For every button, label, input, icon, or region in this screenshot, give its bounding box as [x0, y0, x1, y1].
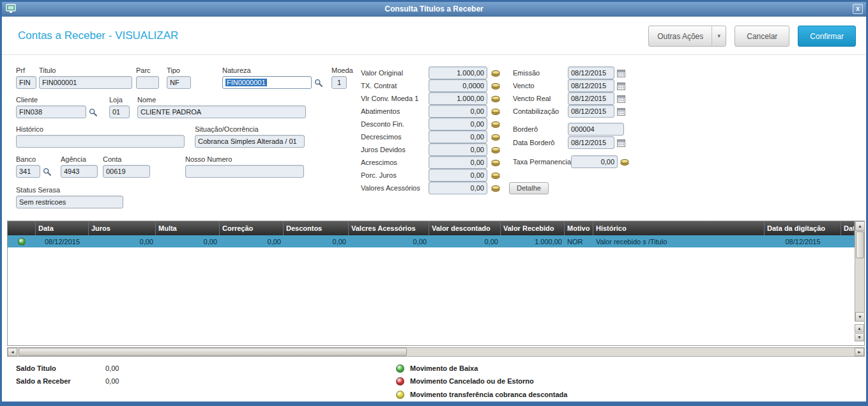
nosso-numero-input[interactable] [185, 165, 304, 178]
scroll-left-icon[interactable]: ◄ [8, 348, 17, 356]
money-icon[interactable] [491, 146, 500, 153]
scroll-up-icon[interactable]: ▲ [855, 221, 865, 231]
grid-header-motivo[interactable]: Motivo [565, 221, 593, 235]
status-serasa-input[interactable]: Sem restricoes [16, 196, 123, 208]
grid-vertical-scrollbar[interactable]: ▲ ▼ [855, 221, 864, 322]
agencia-input[interactable]: 4943 [61, 165, 98, 178]
calendar-icon[interactable] [617, 139, 625, 147]
horizontal-scroll-track[interactable] [17, 348, 855, 356]
titulo-input[interactable]: FIN000001 [39, 76, 132, 89]
money-icon[interactable] [491, 70, 500, 77]
dialog-content: Contas a Receber - VISUALIZAR Outras Açõ… [2, 17, 866, 402]
valores-acessorios-input[interactable]: 0,00 [429, 182, 487, 194]
taxa-permanencia-label: Taxa Permanencia [513, 158, 571, 166]
conta-input[interactable]: 00619 [103, 165, 150, 178]
money-icon[interactable] [491, 159, 500, 166]
grid-header-valores-acessorios[interactable]: Valcres Acessórios [349, 221, 429, 235]
vencto-input[interactable]: 08/12/2015 [568, 79, 614, 92]
juros-devidos-label: Juros Devidos [361, 146, 429, 153]
grid-header-data[interactable]: Data [36, 221, 89, 235]
search-icon[interactable] [314, 79, 323, 87]
scroll-page-up-icon[interactable]: ▲ [855, 324, 864, 332]
acrescimos-input[interactable]: 0,00 [429, 156, 487, 169]
money-icon[interactable] [491, 134, 500, 141]
nome-input[interactable]: CLIENTE PADROA [137, 105, 306, 118]
calendar-icon[interactable] [617, 69, 625, 77]
scroll-right-icon[interactable]: ► [855, 348, 864, 356]
desconto-fin-input[interactable]: 0,00 [429, 118, 487, 130]
grid-header-correcao[interactable]: Correção [220, 221, 284, 235]
calendar-icon[interactable] [617, 95, 625, 103]
valor-original-label: Valor Original [361, 69, 429, 77]
data-bordero-input[interactable]: 08/12/2015 [568, 136, 614, 149]
scroll-page-down-icon[interactable]: ▼ [855, 333, 864, 341]
search-icon[interactable] [89, 108, 97, 116]
outras-acoes-button[interactable]: Outras Ações ▼ [648, 26, 726, 47]
confirmar-button[interactable]: Confirmar [798, 26, 856, 47]
decrescimos-label: Decrescimos [361, 133, 429, 141]
tipo-input[interactable]: NF [167, 76, 191, 89]
decrescimos-input[interactable]: 0,00 [429, 130, 487, 143]
horizontal-scroll-thumb[interactable] [19, 348, 407, 356]
row-descontos-cell: 0,00 [284, 238, 349, 246]
banco-input[interactable]: 341 [16, 165, 40, 178]
bordero-input[interactable]: 000004 [568, 123, 624, 136]
grid-header-juros[interactable]: Juros [89, 221, 156, 235]
money-icon[interactable] [491, 172, 500, 179]
grid-header-status[interactable] [8, 221, 36, 235]
situacao-input[interactable]: Cobranca Simples Alterada / 01 [195, 135, 305, 148]
chevron-down-icon[interactable]: ▼ [712, 26, 726, 46]
grid-header-data-digitacao[interactable]: Data da digitação [765, 221, 841, 235]
vencto-row: Vencto 08/12/2015 [513, 79, 625, 92]
cliente-input[interactable]: FIN038 [16, 105, 86, 118]
grid-header-multa[interactable]: Multa [156, 221, 220, 235]
juros-devidos-input[interactable]: 0,00 [429, 143, 487, 156]
taxa-permanencia-input[interactable]: 0,00 [571, 155, 618, 168]
calendar-icon[interactable] [617, 107, 625, 116]
cancelar-button[interactable]: Cancelar [735, 26, 789, 47]
natureza-input[interactable]: FIN0000001 [222, 76, 312, 89]
vlr-conv-moeda-label: Vlr Conv. Moeda 1 [361, 95, 429, 102]
moeda-input[interactable]: 1 [331, 76, 347, 89]
conta-field-group: Conta 00619 [103, 155, 150, 178]
loja-input[interactable]: 01 [109, 105, 130, 118]
grid-header-valor-recebido[interactable]: Valor Recebido [501, 221, 565, 235]
vencto-real-input[interactable]: 08/12/2015 [568, 92, 614, 105]
title-bar[interactable]: Consulta Titulos a Receber x [2, 2, 866, 17]
movements-grid: Data Juros Multa Correção Descontos Valc… [7, 221, 865, 346]
header-strip: Contas a Receber - VISUALIZAR Outras Açõ… [2, 17, 866, 55]
legend-item-transferencia: Movimento transferência cobranca descont… [396, 390, 567, 399]
saldo-receber-value: 0,00 [105, 377, 119, 385]
historico-input[interactable] [16, 135, 185, 148]
detalhe-button[interactable]: Detalhe [509, 182, 549, 194]
search-icon[interactable] [43, 168, 51, 176]
parc-input[interactable] [136, 76, 159, 89]
legend-label: Movimento de Baixa [410, 364, 478, 372]
table-row[interactable]: 08/12/2015 0,00 0,00 0,00 0,00 0,00 0,00… [8, 235, 855, 247]
emissao-input[interactable]: 08/12/2015 [568, 66, 614, 79]
porc-juros-input[interactable]: 0,00 [429, 169, 487, 182]
money-icon[interactable] [620, 159, 629, 166]
contabilizacao-input[interactable]: 08/12/2015 [568, 105, 614, 118]
abatimentos-input[interactable]: 0,00 [429, 105, 487, 118]
prf-input[interactable]: FIN [16, 76, 36, 89]
vlr-conv-moeda-input[interactable]: 1.000,00 [429, 92, 487, 105]
tipo-field-group: Tipo NF [167, 66, 191, 89]
close-icon[interactable]: x [853, 4, 863, 14]
grid-header-descontos[interactable]: Descontos [284, 221, 349, 235]
grid-header-dat[interactable]: Dat [841, 221, 855, 235]
grid-header-valor-descontado[interactable]: Valor descontado [429, 221, 501, 235]
calendar-icon[interactable] [617, 82, 625, 90]
grid-header-historico[interactable]: Histórico [593, 221, 765, 235]
scroll-down-icon[interactable]: ▼ [855, 312, 865, 322]
money-icon[interactable] [491, 95, 500, 102]
status-serasa-field-group: Status Serasa Sem restricoes [16, 186, 123, 208]
money-icon[interactable] [491, 108, 500, 115]
money-icon[interactable] [491, 82, 500, 90]
grid-horizontal-scrollbar[interactable]: ◄ ► [7, 347, 865, 357]
money-icon[interactable] [491, 121, 500, 128]
vertical-scroll-thumb[interactable] [856, 231, 864, 258]
money-icon[interactable] [491, 185, 500, 192]
valor-original-input[interactable]: 1.000,00 [429, 66, 487, 79]
tx-contrat-input[interactable]: 0,0000 [429, 79, 487, 92]
